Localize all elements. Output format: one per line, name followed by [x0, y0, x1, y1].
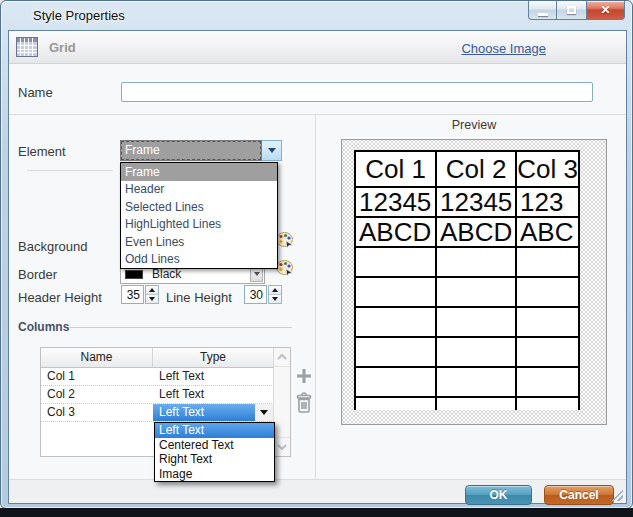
- header-height-label: Header Height: [18, 290, 102, 305]
- minimize-button[interactable]: [528, 1, 557, 20]
- preview-data-cell: [356, 308, 437, 338]
- element-option-odd-lines[interactable]: Odd Lines: [121, 251, 277, 269]
- cancel-button[interactable]: Cancel: [544, 485, 614, 505]
- preview-grid: Col 1Col 2Col 31234512345123ABCDABCDABC: [354, 150, 580, 410]
- ok-button[interactable]: OK: [465, 485, 532, 505]
- footer-bar: [9, 479, 626, 503]
- triangle-down-icon: [149, 297, 155, 301]
- triangle-down-icon: [272, 297, 278, 301]
- type-combobox-arrow-button[interactable]: [255, 404, 273, 421]
- column-type-cell[interactable]: Left Text: [153, 386, 273, 403]
- preview-data-cell: [517, 368, 580, 398]
- titlebar[interactable]: Style Properties ✕: [1, 1, 632, 30]
- element-option-header[interactable]: Header: [121, 181, 277, 199]
- header-height-stepper: [145, 285, 159, 304]
- window-title: Style Properties: [33, 8, 125, 23]
- window-controls: ✕: [528, 1, 625, 20]
- chevron-down-icon: [268, 148, 276, 153]
- chevron-down-icon: [254, 272, 260, 276]
- preview-data-cell: ABCD: [356, 218, 437, 248]
- header-height-down-button[interactable]: [146, 295, 158, 303]
- line-height-up-button[interactable]: [269, 286, 281, 295]
- chevron-down-icon: [260, 410, 268, 415]
- type-option-image[interactable]: Image: [155, 467, 274, 482]
- element-option-selected-lines[interactable]: Selected Lines: [121, 198, 277, 216]
- element-combobox-arrow-button[interactable]: [262, 140, 282, 161]
- preview-header-cell: Col 1: [356, 152, 437, 188]
- dialog-client-area: Grid Choose Image Name Element Frame Fra…: [8, 30, 627, 504]
- maximize-button[interactable]: [557, 1, 587, 20]
- element-dropdown-list: FrameHeaderSelected LinesHighLighted Lin…: [120, 162, 278, 269]
- type-option-right-text[interactable]: Right Text: [155, 452, 274, 467]
- border-color-palette-icon[interactable]: [276, 260, 294, 276]
- table-row[interactable]: Col 1Left Text: [41, 368, 290, 386]
- preview-label: Preview: [341, 118, 607, 132]
- header-height-input[interactable]: 35: [121, 285, 144, 304]
- preview-data-cell: [517, 248, 580, 278]
- maximize-icon: [567, 6, 576, 14]
- preview-data-cell: [437, 368, 517, 398]
- chevron-up-icon: [277, 354, 287, 360]
- scroll-down-button[interactable]: [274, 437, 290, 456]
- add-column-button[interactable]: [296, 368, 312, 384]
- preview-data-cell: ABC: [517, 218, 580, 248]
- preview-data-cell: 12345: [356, 188, 437, 218]
- element-combobox[interactable]: Frame: [120, 140, 282, 161]
- column-type-value: Left Text: [153, 404, 255, 421]
- preview-data-cell: [517, 308, 580, 338]
- name-input[interactable]: [121, 82, 593, 102]
- columns-group-label: Columns: [18, 320, 69, 334]
- preview-data-cell: [356, 248, 437, 278]
- name-label: Name: [18, 85, 53, 100]
- triangle-up-icon: [272, 288, 278, 292]
- choose-image-link[interactable]: Choose Image: [461, 41, 546, 56]
- preview-data-cell: [517, 338, 580, 368]
- background-color-palette-icon[interactable]: [276, 232, 294, 248]
- table-row[interactable]: Col 3Left Text: [41, 404, 290, 422]
- element-option-frame[interactable]: Frame: [121, 163, 277, 181]
- column-name-cell[interactable]: Col 3: [41, 404, 153, 421]
- desktop-background: [0, 508, 633, 517]
- columns-group-line: [69, 327, 292, 328]
- columns-table-body: Col 1Left TextCol 2Left TextCol 3Left Te…: [41, 368, 290, 422]
- column-name-cell[interactable]: Col 2: [41, 386, 153, 403]
- preview-data-cell: [517, 278, 580, 308]
- type-option-left-text[interactable]: Left Text: [155, 423, 274, 438]
- delete-column-button[interactable]: [295, 391, 313, 414]
- column-name-cell[interactable]: Col 1: [41, 368, 153, 385]
- preview-data-cell: [437, 308, 517, 338]
- panel-divider: [315, 114, 316, 479]
- preview-header-cell: Col 3: [517, 152, 580, 188]
- line-height-down-button[interactable]: [269, 295, 281, 303]
- preview-data-cell: ABCD: [437, 218, 517, 248]
- border-label: Border: [18, 267, 57, 282]
- column-header-name[interactable]: Name: [41, 348, 153, 367]
- dialog-header-strip: Grid Choose Image: [9, 31, 626, 64]
- preview-data-cell: 123: [517, 188, 580, 218]
- column-type-cell-selected[interactable]: Left Text: [153, 404, 273, 421]
- header-height-up-button[interactable]: [146, 286, 158, 295]
- table-row[interactable]: Col 2Left Text: [41, 386, 290, 404]
- columns-table-scrollbar[interactable]: [273, 348, 290, 456]
- preview-box: Col 1Col 2Col 31234512345123ABCDABCDABC: [341, 139, 607, 425]
- preview-data-cell: [517, 398, 580, 410]
- preview-header-cell: Col 2: [437, 152, 517, 188]
- column-header-type[interactable]: Type: [153, 348, 273, 367]
- element-option-even-lines[interactable]: Even Lines: [121, 233, 277, 251]
- preview-data-cell: [356, 398, 437, 410]
- chevron-down-icon: [277, 444, 287, 450]
- close-button[interactable]: ✕: [587, 1, 625, 20]
- grid-icon: [16, 37, 38, 57]
- type-dropdown-list: Left TextCentered TextRight TextImage: [154, 422, 275, 482]
- preview-data-cell: [437, 278, 517, 308]
- type-option-centered-text[interactable]: Centered Text: [155, 438, 274, 453]
- scroll-up-button[interactable]: [274, 348, 290, 367]
- element-combobox-value[interactable]: Frame: [120, 140, 262, 161]
- column-type-cell[interactable]: Left Text: [153, 368, 273, 385]
- preview-data-cell: [437, 338, 517, 368]
- preview-data-cell: [437, 248, 517, 278]
- plus-icon: [297, 369, 311, 383]
- trash-icon: [298, 393, 311, 412]
- element-option-highlighted-lines[interactable]: HighLighted Lines: [121, 216, 277, 234]
- line-height-input[interactable]: 30: [244, 285, 267, 304]
